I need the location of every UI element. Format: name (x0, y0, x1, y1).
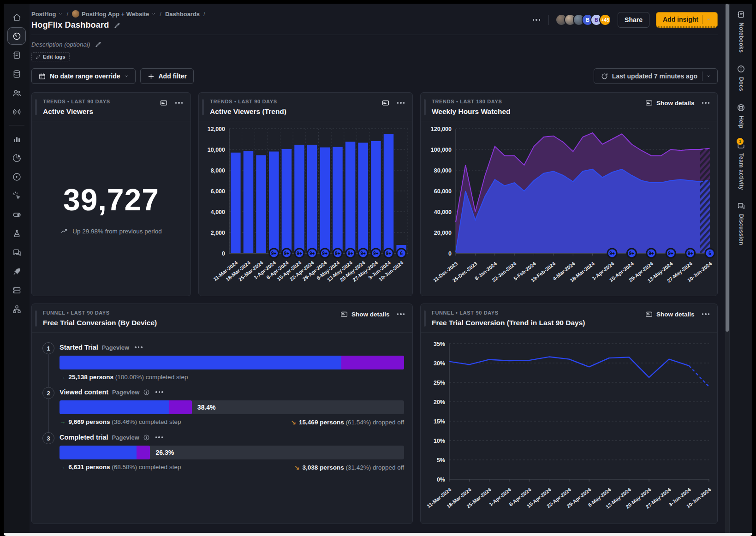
dashboard-more-button[interactable] (531, 17, 542, 23)
nav-dashboard-gauge-icon[interactable] (7, 27, 26, 45)
side-panel-discussion[interactable]: Discussion (737, 202, 745, 245)
funnel-step-bar[interactable] (60, 356, 404, 369)
funnel-step-more-button[interactable] (154, 435, 165, 440)
side-panel-notebooks[interactable]: Notebooks (737, 10, 745, 53)
side-panel-help[interactable]: Help (737, 103, 745, 128)
breadcrumb-separator: / (203, 11, 205, 18)
details-icon (340, 310, 348, 318)
card-title[interactable]: Free Trial Conversion (Trend in Last 90 … (432, 319, 711, 327)
scrollbar-thumb[interactable] (726, 4, 729, 332)
funnel-step-more-button[interactable] (154, 389, 165, 395)
funnel-step-number: 2 (42, 387, 54, 399)
breadcrumb-workspace[interactable]: PostHog App + Website (72, 10, 156, 18)
card-title[interactable]: Free Trial Conversion (By Device) (43, 319, 406, 327)
date-range-override-button[interactable]: No date range override (31, 68, 136, 84)
nav-home-icon[interactable] (7, 8, 26, 26)
active-viewers-trend-bar-chart[interactable]: 02,0004,0006,0008,00010,00012,00011-Mar-… (199, 121, 412, 296)
broadcast-icon (12, 107, 22, 117)
nav-broadcast-icon[interactable] (7, 103, 26, 120)
svg-text:25%: 25% (434, 380, 445, 386)
add-filter-button[interactable]: Add filter (140, 68, 194, 84)
insight-card-active-viewers: TRENDS • LAST 90 DAYS Active Viewers 39,… (31, 92, 191, 296)
funnel-step-name[interactable]: Viewed content (60, 388, 108, 396)
nav-pie-chart-icon[interactable] (7, 149, 26, 167)
card-drag-handle[interactable] (424, 310, 426, 327)
avatar[interactable]: +45 (599, 14, 611, 26)
funnel-bar-segment-purple (137, 446, 150, 459)
card-title[interactable]: Active Viewers (Trend) (210, 107, 406, 116)
nav-notebook-icon[interactable] (7, 46, 26, 64)
svg-text:100,000: 100,000 (431, 147, 452, 153)
card-more-button[interactable] (173, 100, 185, 106)
surveys-chat-icon (12, 248, 22, 257)
weekly-hours-area-chart[interactable]: 020,00040,00060,00080,000100,000120,0001… (421, 121, 717, 296)
nav-session-replay-icon[interactable] (7, 168, 26, 185)
nav-feature-flags-toggle-icon[interactable] (7, 206, 26, 223)
edit-tags-button[interactable]: Edit tags (31, 52, 70, 61)
details-icon (381, 99, 390, 107)
funnel-step-3: 3Completed trialPageview26.3%→6,631 pers… (37, 434, 404, 471)
side-panel-docs[interactable]: Docs (737, 65, 745, 91)
nav-experiments-flask-icon[interactable] (7, 225, 26, 242)
show-details-button[interactable]: Show details (645, 310, 695, 318)
add-insight-button[interactable]: Add insight (656, 12, 718, 28)
show-details-button[interactable]: Show details (645, 99, 695, 107)
funnel-step-bar[interactable]: 26.3% (60, 446, 404, 459)
nav-pipeline-sitemap-icon[interactable] (7, 300, 26, 318)
edit-description-pencil-button[interactable] (95, 41, 102, 48)
share-button[interactable]: Share (618, 12, 649, 28)
funnel-step-bar[interactable]: 38.4% (60, 400, 404, 414)
svg-text:9+: 9+ (629, 251, 635, 256)
show-details-button[interactable] (160, 99, 168, 107)
card-more-button[interactable] (700, 100, 712, 106)
funnel-step-event-type: Pageview (102, 344, 129, 351)
funnel-step-event-type: Pageview (112, 434, 139, 441)
breadcrumb-section[interactable]: Dashboards (165, 11, 200, 18)
edit-title-pencil-button[interactable] (113, 22, 121, 29)
funnel-trend-line-chart[interactable]: 0%5%10%15%20%25%30%35%11-Mar-202418-Mar-… (421, 333, 717, 524)
notebook-icon (737, 10, 745, 19)
project-avatar (72, 10, 79, 18)
card-more-button[interactable] (395, 100, 407, 106)
vertical-scrollbar[interactable] (725, 4, 729, 533)
card-more-button[interactable] (700, 311, 712, 317)
funnel-completed-text: →25,138 persons (100.00%) completed step (60, 374, 188, 381)
funnel-step-more-button[interactable] (133, 345, 144, 350)
card-drag-handle[interactable] (35, 99, 37, 115)
show-details-label: Show details (656, 311, 695, 318)
insight-card-funnel-by-device: FUNNEL • LAST 90 DAYS Free Trial Convers… (31, 304, 413, 524)
funnel-step-name[interactable]: Completed trial (60, 434, 108, 441)
nav-early-access-rocket-icon[interactable] (7, 262, 26, 280)
refresh-button[interactable]: Last updated 7 minutes ago (594, 68, 718, 84)
svg-text:40,000: 40,000 (434, 209, 452, 215)
svg-text:12,000: 12,000 (208, 126, 225, 132)
side-panel-team-activity[interactable]: 1Team activity (737, 141, 745, 190)
funnel-step-name[interactable]: Started Trial (60, 344, 98, 351)
funnel-step-conversion-label: 26.3% (150, 446, 174, 459)
nav-surveys-chat-icon[interactable] (7, 244, 26, 261)
show-details-button[interactable]: Show details (340, 310, 390, 318)
info-icon[interactable] (143, 389, 150, 396)
nav-database-icon[interactable] (7, 65, 26, 83)
funnel-bar-segment-blue (60, 356, 341, 369)
card-title[interactable]: Weekly Hours Watched (432, 107, 711, 116)
feature-flags-toggle-icon (12, 210, 22, 220)
card-drag-handle[interactable] (424, 99, 426, 115)
breadcrumb-project[interactable]: PostHog (31, 11, 63, 18)
card-title[interactable]: Active Viewers (43, 107, 184, 116)
card-drag-handle[interactable] (35, 310, 37, 327)
card-drag-handle[interactable] (202, 99, 204, 115)
data-warehouse-icon (12, 286, 22, 295)
info-icon[interactable] (143, 434, 150, 441)
nav-data-warehouse-icon[interactable] (7, 281, 26, 299)
description-placeholder[interactable]: Description (optional) (31, 41, 90, 48)
nav-actions-cursor-icon[interactable] (7, 187, 26, 204)
svg-text:9+: 9+ (668, 251, 674, 256)
big-number-value: 39,727 (63, 182, 159, 217)
nav-people-icon[interactable] (7, 84, 26, 101)
card-more-button[interactable] (395, 311, 407, 317)
nav-bar-chart-icon[interactable] (7, 130, 26, 148)
show-details-button[interactable] (381, 99, 390, 107)
chevron-down-icon (151, 12, 156, 16)
svg-text:20%: 20% (434, 399, 445, 405)
